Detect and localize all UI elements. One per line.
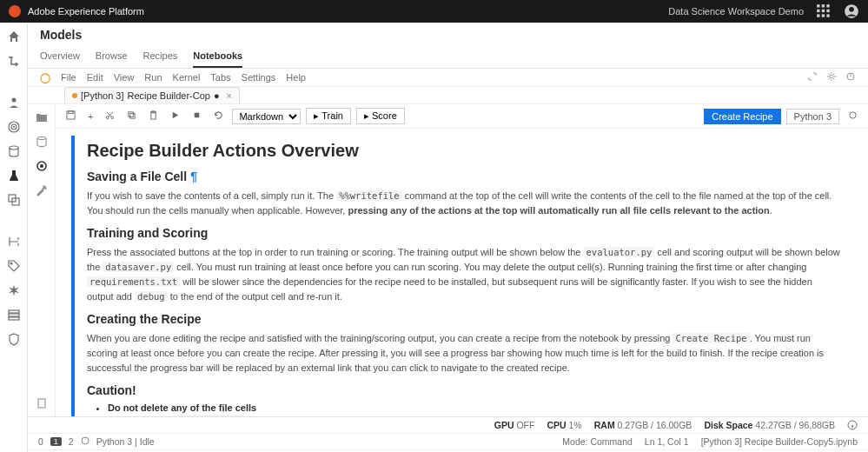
creating-paragraph: When you are done editing the recipe and… xyxy=(87,331,840,375)
target-icon[interactable] xyxy=(7,120,21,134)
create-recipe-button[interactable]: Create Recipe xyxy=(704,109,780,124)
svg-rect-19 xyxy=(9,310,19,313)
svg-rect-33 xyxy=(130,114,136,119)
unsaved-dot-icon xyxy=(72,93,77,98)
stack-icon[interactable] xyxy=(7,308,21,322)
user-avatar-icon[interactable] xyxy=(844,3,859,19)
svg-point-37 xyxy=(850,112,856,118)
caution-heading: Caution! xyxy=(87,383,840,397)
file-tab-name: Recipe Builder-Cop xyxy=(128,90,210,101)
home-icon[interactable] xyxy=(7,30,21,43)
notebook-content[interactable]: Recipe Builder Actions Overview Saving a… xyxy=(56,129,868,416)
flow-icon[interactable] xyxy=(7,54,21,68)
svg-rect-29 xyxy=(69,111,74,114)
status-kernel: Python 3 | Idle xyxy=(96,436,155,447)
status-position: Ln 1, Col 1 xyxy=(645,436,689,447)
saving-paragraph: If you wish to save the contents of a ce… xyxy=(87,189,840,217)
svg-rect-21 xyxy=(9,317,19,320)
svg-rect-28 xyxy=(67,111,75,119)
menu-tabs[interactable]: Tabs xyxy=(210,72,230,83)
paste-icon[interactable] xyxy=(145,109,162,123)
tab-recipes[interactable]: Recipes xyxy=(143,45,178,68)
status-badge: 1 xyxy=(50,437,62,446)
page-title: Models xyxy=(28,23,868,42)
jupyter-logo-icon: ◯ xyxy=(40,72,50,83)
global-header: Adobe Experience Platform Data Science W… xyxy=(0,0,868,23)
folder-icon[interactable] xyxy=(36,111,48,123)
file-tab-kernel: [Python 3] xyxy=(81,90,124,101)
tab-browse[interactable]: Browse xyxy=(96,45,128,68)
close-icon[interactable]: × xyxy=(227,90,232,101)
svg-rect-3 xyxy=(817,10,819,12)
status-mode: Mode: Command xyxy=(562,436,633,447)
svg-rect-6 xyxy=(817,14,819,17)
train-button[interactable]: ▸ Train xyxy=(306,108,351,124)
info-icon[interactable] xyxy=(847,420,858,430)
status-bar: 0 1 2 Python 3 | Idle Mode: Command Ln 1… xyxy=(28,434,868,450)
score-button[interactable]: ▸ Score xyxy=(356,108,405,124)
notebook-toolbar: + Markdown ▸ Train ▸ Score Create Recipe… xyxy=(56,104,868,129)
svg-rect-27 xyxy=(38,399,45,408)
cell-type-select[interactable]: Markdown xyxy=(232,109,301,124)
resource-bar: GPU OFF CPU 1% RAM 0.27GB / 16.00GB Disk… xyxy=(28,417,868,434)
branch-icon[interactable] xyxy=(7,235,21,249)
markdown-cell[interactable]: Recipe Builder Actions Overview Saving a… xyxy=(71,136,852,416)
menu-help[interactable]: Help xyxy=(286,72,306,83)
menu-file[interactable]: File xyxy=(61,72,76,83)
add-cell-icon[interactable]: + xyxy=(84,110,96,123)
save-icon[interactable] xyxy=(63,109,79,123)
file-tab-active[interactable]: [Python 3] Recipe Builder-Cop ● × xyxy=(64,87,240,103)
svg-point-39 xyxy=(82,437,89,444)
menu-settings[interactable]: Settings xyxy=(242,72,276,83)
menu-run[interactable]: Run xyxy=(144,72,162,83)
creating-heading: Creating the Recipe xyxy=(87,312,840,326)
beaker-icon[interactable] xyxy=(7,169,21,183)
svg-point-15 xyxy=(10,146,18,150)
apps-grid-icon[interactable] xyxy=(816,3,832,19)
main-panel: Models Overview Browse Recipes Notebooks… xyxy=(28,23,868,452)
pilcrow-icon[interactable]: ¶ xyxy=(190,170,197,183)
tag-icon[interactable] xyxy=(7,259,21,273)
notebook-left-rail xyxy=(28,104,56,416)
file-tab-strip: [Python 3] Recipe Builder-Cop ● × xyxy=(28,87,868,104)
workspace-name: Data Science Workspace Demo xyxy=(668,6,804,17)
menu-kernel[interactable]: Kernel xyxy=(173,72,201,83)
running-icon[interactable] xyxy=(36,160,48,172)
shield-icon[interactable] xyxy=(7,332,21,346)
svg-rect-0 xyxy=(817,4,819,7)
svg-point-10 xyxy=(849,7,854,12)
people-icon[interactable] xyxy=(7,96,21,110)
svg-rect-5 xyxy=(826,10,829,12)
expand-icon[interactable] xyxy=(807,71,818,83)
run-icon[interactable] xyxy=(167,109,183,123)
adobe-logo-icon xyxy=(9,5,21,17)
page-tabs: Overview Browse Recipes Notebooks xyxy=(28,42,868,69)
settings-gear-icon[interactable] xyxy=(826,71,837,83)
copy-icon[interactable] xyxy=(123,109,140,123)
svg-point-11 xyxy=(11,98,16,103)
database-icon[interactable] xyxy=(7,144,21,158)
svg-rect-2 xyxy=(826,4,829,7)
spark-icon[interactable] xyxy=(7,283,21,297)
caution-list: Do not delete any of the file cells Do n… xyxy=(108,402,840,416)
document-icon[interactable] xyxy=(36,397,48,409)
svg-point-14 xyxy=(13,127,14,128)
tab-overview[interactable]: Overview xyxy=(40,45,80,68)
stop-icon[interactable] xyxy=(189,109,205,123)
data-icon[interactable] xyxy=(36,136,48,148)
menu-view[interactable]: View xyxy=(114,72,135,83)
kernel-indicator[interactable]: Python 3 xyxy=(786,109,839,124)
menu-edit[interactable]: Edit xyxy=(87,72,103,83)
svg-rect-7 xyxy=(822,14,825,17)
restart-icon[interactable] xyxy=(210,109,227,123)
svg-point-18 xyxy=(10,263,12,264)
wrench-icon[interactable] xyxy=(36,184,48,196)
svg-rect-4 xyxy=(822,10,825,12)
overlay-icon[interactable] xyxy=(7,193,21,207)
doc-h1: Recipe Builder Actions Overview xyxy=(87,141,840,161)
power-icon[interactable] xyxy=(845,71,856,83)
svg-rect-36 xyxy=(195,113,200,118)
cut-icon[interactable] xyxy=(102,109,118,123)
tab-notebooks[interactable]: Notebooks xyxy=(193,45,242,68)
app-left-rail xyxy=(0,23,28,452)
